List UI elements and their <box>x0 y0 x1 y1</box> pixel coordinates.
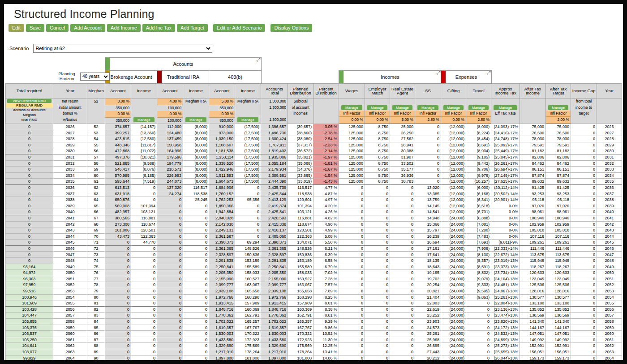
table-row-2040[interactable]: 0204066482,957103,121001,942,88402,425,8… <box>6 209 622 215</box>
edit-or-add-scenario-button[interactable]: Edit or Add Scenario <box>213 24 265 32</box>
year-right-sub <box>597 98 622 124</box>
brokerage-group-label: Brokerage Account <box>111 74 152 80</box>
table-row-2047[interactable]: 020477300002,328,597150,8362,328,597150,… <box>6 252 622 258</box>
table-row-2036[interactable]: 0203662613,5130137,320116,5171,684,90602… <box>6 184 622 191</box>
col-header-14: Real Estate Agent <box>390 84 415 98</box>
planning-table: Total requiredYearMeghanAccountIncomeAcc… <box>5 83 623 360</box>
wages-sub: ManageInfl Factor0.00 % <box>339 98 365 124</box>
page-title: Structured Income Planning <box>14 8 623 21</box>
add-target-button[interactable]: Add Target <box>177 24 208 32</box>
real-estate-agent-sub: ManageInfl Factor5.00 % <box>390 98 415 124</box>
col-header-7: Account <box>209 84 235 98</box>
gifting-sub-button[interactable]: Manage <box>443 105 464 110</box>
table-row-2048[interactable]: 020487400002,291,838153,1892,291,838153,… <box>6 258 622 264</box>
accounts-group-label: Accounts <box>173 61 193 67</box>
wages-sub-button[interactable]: Manage <box>341 105 362 110</box>
traditional-ira-group: Traditional IRA <box>157 70 210 84</box>
table-row-2063[interactable]: 103,07720638900001,217,910178,2641,217,9… <box>6 349 622 355</box>
table-row-2042[interactable]: 0204268273,308118,674002,142,03002,415,3… <box>6 221 622 227</box>
percent-distribution-sub <box>314 98 339 124</box>
approx-income-tax-sub-button[interactable]: Manage <box>494 105 517 110</box>
plan-403b-group-label: 403(b) <box>228 74 242 80</box>
table-row-2055[interactable]: 101,68920558100001,913,415157,9891,913,4… <box>6 300 622 307</box>
add-income-button[interactable]: Add Income <box>107 24 141 32</box>
after-tax-income-sub <box>520 98 546 124</box>
col-header-5: Account <box>157 84 183 98</box>
table-row-2045[interactable]: 0204571044,778002,390,37389,2942,390,373… <box>6 240 622 246</box>
after-tax-target-sub-button[interactable]: Manage <box>548 105 568 110</box>
planning-table-area: Accounts ⤢ Brokerage Account Traditional… <box>5 57 623 360</box>
table-row-2049[interactable]: 93,16420497500002,250,841155,5892,250,84… <box>6 264 622 270</box>
table-row-2035[interactable]: 0203561595,644(7,519)244,073(8,000)1,604… <box>6 179 622 185</box>
real-estate-agent-sub-button[interactable]: Manage <box>392 105 412 110</box>
table-row-2038[interactable]: 0203864650,8760025,2451,762,25395,3562,4… <box>6 197 622 203</box>
meghan-age: 52 <box>87 98 105 124</box>
group-header-band: Accounts ⤢ Brokerage Account Traditional… <box>5 57 623 83</box>
brokerage-income-sub: Manage <box>131 98 157 124</box>
table-row-2058[interactable]: 105,85520588400001,702,022165,2571,702,0… <box>6 319 622 325</box>
table-row-2031[interactable]: 0203157497,376(10,321)179,596(8,000)1,25… <box>6 154 622 160</box>
table-row-2028[interactable]: 0202854423,815(12,580)137,459(8,000)1,03… <box>6 136 622 142</box>
display-options-button[interactable]: Display Options <box>271 24 312 32</box>
plan403b-income-sub-button[interactable]: Manage <box>237 117 258 122</box>
traditional-ira-income-sub: Meghan IRAManage <box>183 98 209 124</box>
edit-button[interactable]: Edit <box>9 24 24 32</box>
save-button[interactable]: Save <box>26 24 44 32</box>
incomes-group-label: Incomes <box>381 74 399 80</box>
table-row-2059[interactable]: 106,37620598500001,619,357167,7671,619,3… <box>6 325 622 331</box>
expenses-expand-icon[interactable]: ⤢ <box>486 70 490 76</box>
table-row-2043[interactable]: 0204369161,006120,501002,249,13102,410,1… <box>6 227 622 234</box>
incomes-group: Incomes ⤢ <box>339 70 442 84</box>
traditional-ira-color-bar <box>157 71 162 83</box>
col-header-19: After Tax Income <box>520 84 546 98</box>
table-row-2026[interactable]: 0202652374,657(14,157)112,000(8,000)910,… <box>6 124 622 130</box>
table-row-2032[interactable]: 0203258521,885(9,588)194,779(8,000)1,338… <box>6 160 622 167</box>
table-row-2062[interactable]: 104,64120628800001,329,690175,5691,329,6… <box>6 343 622 349</box>
add-account-button[interactable]: Add Account <box>70 24 105 32</box>
planning-horizon: Planning Horizon 40 years <box>56 72 110 81</box>
cancel-button[interactable]: Cancel <box>46 24 69 32</box>
travel-sub: ManageInfl Factor2.80 % <box>466 98 491 124</box>
scenario-select[interactable]: Retiring at 62 <box>33 44 212 53</box>
planning-horizon-label: Planning Horizon <box>56 72 78 81</box>
incomes-expand-icon[interactable]: ⤢ <box>436 70 440 76</box>
table-row-2033[interactable]: 0203359546,417(8,876)210,571(8,000)1,422… <box>6 167 622 173</box>
travel-sub-button[interactable]: Manage <box>468 105 489 110</box>
scenario-row: Scenario Retiring at 62 <box>9 44 623 53</box>
table-row-2051[interactable]: 96,30320517700002,155,090160,5272,155,09… <box>6 276 622 282</box>
table-row-2061[interactable]: 106,25020618700001,433,580172,9231,433,5… <box>6 337 622 343</box>
table-row-2046[interactable]: 020467200002,361,365148,5262,361,365148,… <box>6 245 622 252</box>
table-row-2037[interactable]: 0203763631,918024,274118,5381,769,15202,… <box>6 191 622 197</box>
table-row-2060[interactable]: 106,53720608600001,530,003170,3221,530,0… <box>6 331 622 337</box>
accounts-group: Accounts ⤢ <box>105 57 262 71</box>
total-required-stack-button[interactable]: View Beneficial RMD <box>7 99 52 103</box>
planned-distribution-sub: Subtotalof accountincomes <box>288 98 314 124</box>
table-row-2064[interactable]: 99,82920649000001,097,800181,0081,097,80… <box>6 355 622 360</box>
table-row-2039[interactable]: 0203965569,008101,394001,850,36602,419,3… <box>6 203 622 209</box>
table-row-2052[interactable]: 97,95920527800002,099,777163,0672,099,77… <box>6 282 622 288</box>
traditional-ira-account-sub: 4.00 %100,0000.00 %100,000 <box>157 98 183 124</box>
col-header-9: Accounts Total <box>261 84 288 98</box>
table-row-2044[interactable]: 020447043,473122,363002,361,58702,405,06… <box>6 233 622 240</box>
table-row-2034[interactable]: 0203460570,995(8,185)226,993(8,000)1,511… <box>6 172 622 179</box>
table-row-2030[interactable]: 0203056472,868(11,072)164,996(8,000)1,18… <box>6 148 622 154</box>
table-row-2054[interactable]: 100,94620548000001,972,766168,2981,972,7… <box>6 294 622 300</box>
ss-sub-button[interactable]: Manage <box>417 105 438 110</box>
planning-horizon-select[interactable]: 40 years <box>80 73 110 81</box>
accounts-expand-icon[interactable]: ⤢ <box>256 57 260 63</box>
table-row-2029[interactable]: 0202955448,346(11,817)150,958(8,000)1,10… <box>6 142 622 148</box>
table-row-2056[interactable]: 103,42820568200001,848,716160,3691,848,7… <box>6 306 622 313</box>
col-header-13: Employer Match <box>365 84 390 98</box>
add-inc-tax-button[interactable]: Add Inc Tax <box>142 24 175 32</box>
col-header-4: Income <box>131 84 157 98</box>
col-header-10: Planned Distribution <box>288 84 314 98</box>
table-row-2050[interactable]: 94,97220507600002,205,350158,0332,205,35… <box>6 270 622 276</box>
table-row-2053[interactable]: 99,51620537900002,039,108165,6582,039,10… <box>6 288 622 295</box>
col-header-16: Gifting <box>441 84 466 98</box>
table-row-2041[interactable]: 0204167380,565116,881002,040,02802,420,5… <box>6 215 622 221</box>
brokerage-income-sub-button[interactable]: Manage <box>133 117 155 122</box>
table-row-2027[interactable]: 0202753399,257(13,360)124,480(8,000)973,… <box>6 130 622 136</box>
employer-match-sub-button[interactable]: Manage <box>367 105 387 110</box>
traditional-ira-income-sub-button[interactable]: Manage <box>185 117 206 122</box>
table-row-2057[interactable]: 104,44720578300001,778,362162,7911,778,3… <box>6 313 622 319</box>
